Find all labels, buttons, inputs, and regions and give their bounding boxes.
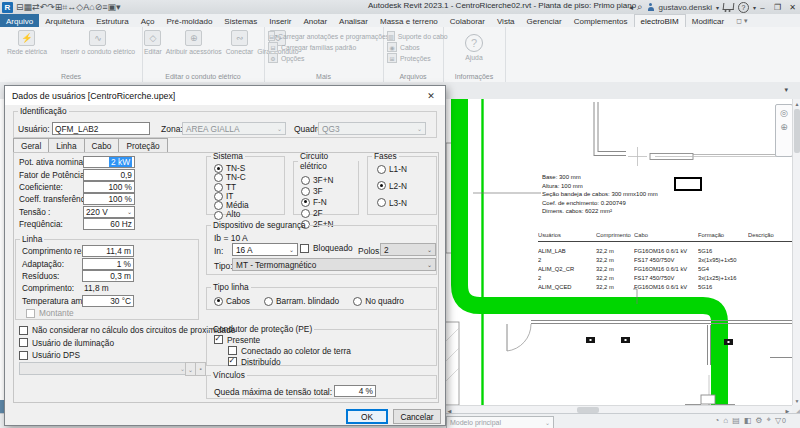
zona-dropdown[interactable]: AREA GIALLA: [182, 122, 286, 135]
filter-icon[interactable]: ▽: [775, 416, 781, 425]
customize-qat-icon[interactable]: ▾: [116, 2, 121, 12]
design-options-icon[interactable]: ◧: [744, 416, 752, 425]
open-file-icon[interactable]: ⊟: [16, 2, 24, 12]
ribbon-row-button[interactable]: ⚙ Opções: [268, 53, 383, 63]
vertical-scrollbar[interactable]: ▲ ▼: [792, 99, 800, 405]
ribbon-tab[interactable]: Massa e terreno: [374, 14, 444, 27]
help-icon[interactable]: ?: [738, 2, 749, 13]
field-input[interactable]: 2 kW: [83, 156, 135, 168]
radio-option[interactable]: 2F: [301, 208, 358, 219]
ribbon-button[interactable]: ⊕ Atribuir acessórios: [164, 30, 224, 55]
ribbon-tab[interactable]: Analisar: [333, 14, 374, 27]
dialog-checkbox[interactable]: Conectado ao coletor de terra: [228, 345, 436, 356]
ribbon-tab[interactable]: Sistemas: [218, 14, 263, 27]
ribbon-tab[interactable]: Vista: [491, 14, 521, 27]
ribbon-tab[interactable]: Aço: [135, 14, 161, 27]
ribbon-tab[interactable]: Modificar: [686, 14, 730, 27]
dialog-checkbox[interactable]: Usuário de iluminação: [19, 337, 235, 350]
radio-option[interactable]: Barram. blindado: [264, 296, 339, 306]
background-processes-icon[interactable]: ⚙: [755, 416, 762, 425]
ribbon-tab[interactable]: Colaborar: [444, 14, 491, 27]
radio-option[interactable]: TN-S: [214, 164, 284, 173]
radio-option[interactable]: F-N: [301, 197, 358, 208]
dialog-tab[interactable]: Linha: [48, 138, 84, 153]
restore-button[interactable]: ❐: [770, 0, 785, 14]
zoom-icon[interactable]: ⊕: [780, 122, 788, 132]
dialog-checkbox[interactable]: Presente: [214, 334, 436, 345]
navigation-bar[interactable]: ◎ ⊕: [775, 104, 792, 157]
dps-clear-button[interactable]: ▪: [195, 362, 206, 376]
field-input[interactable]: 0,3 m: [82, 270, 134, 282]
chevron-left-icon[interactable]: ◂: [629, 3, 633, 12]
view-selector[interactable]: Modelo principal: [446, 416, 554, 428]
ribbon-tab[interactable]: electroBIM: [634, 14, 686, 27]
ribbon-tab[interactable]: Arquitetura: [39, 14, 90, 27]
pin-icon[interactable]: ▾: [784, 86, 788, 94]
radio-option[interactable]: Cabos: [214, 296, 250, 306]
radio-option[interactable]: 3F+N: [301, 175, 358, 186]
scroll-down-icon[interactable]: ▼: [793, 396, 800, 405]
steering-wheel-icon[interactable]: ◎: [780, 108, 788, 118]
save-icon[interactable]: ▦: [24, 2, 33, 12]
scroll-up-icon[interactable]: ▲: [793, 99, 800, 108]
ribbon-button[interactable]: ◇ Editar: [142, 30, 164, 55]
select-toggle-icon[interactable]: ⌖: [766, 415, 771, 425]
in-dropdown[interactable]: 16 A: [232, 243, 298, 256]
ribbon-row-button[interactable]: ▥ Suporte do cabo: [387, 31, 443, 41]
ribbon-tab[interactable]: Pré-moldado: [161, 14, 219, 27]
ribbon-button[interactable]: ∾ Conectar: [224, 30, 256, 55]
ribbon-tab[interactable]: Arquivo: [0, 14, 39, 27]
worksharing-display-icon[interactable]: ◔: [714, 416, 719, 425]
ribbon-row-button[interactable]: ⊟ Carregar anotações e programações: [268, 31, 383, 41]
worksets-icon[interactable]: ⌂: [723, 416, 728, 425]
radio-option[interactable]: Alto: [214, 210, 284, 219]
store-cart-icon[interactable]: [723, 3, 735, 10]
bloqueado-checkbox[interactable]: Bloqueado: [300, 242, 353, 255]
dialog-checkbox[interactable]: Usuário DPS: [19, 349, 235, 362]
field-input[interactable]: 0,9: [83, 169, 135, 181]
dialog-checkbox[interactable]: Não considerar no cálculo dos circuitos …: [19, 324, 235, 337]
sync-icon[interactable]: ⇄: [32, 2, 40, 12]
modify-selector-caret-icon[interactable]: ▾: [744, 17, 748, 25]
search-icon[interactable]: ⌕: [637, 1, 643, 13]
ribbon-tab[interactable]: Estrutura: [90, 14, 134, 27]
aligned-dimension-icon[interactable]: ↔: [67, 2, 76, 12]
radio-option[interactable]: Média: [214, 201, 284, 210]
ribbon-row-button[interactable]: ⊟ Carregar famílias padrão: [268, 42, 383, 52]
vertical-scroll-thumb[interactable]: [794, 109, 800, 153]
ribbon-row-button[interactable]: ⊞ Proteções: [387, 53, 443, 63]
radio-option[interactable]: L1-N: [377, 164, 436, 174]
signed-in-user[interactable]: gustavo.denski: [659, 3, 712, 12]
cancel-button[interactable]: Cancelar: [393, 409, 441, 424]
field-input[interactable]: 11,4 m: [82, 245, 134, 257]
field-input[interactable]: 11,8 m: [82, 283, 132, 293]
field-input[interactable]: 100 %: [83, 181, 135, 193]
radio-option[interactable]: TT: [214, 183, 284, 192]
radio-option[interactable]: L3-N: [377, 198, 436, 208]
editable-only-icon[interactable]: ▤: [732, 416, 740, 425]
ribbon-tab[interactable]: Anotar: [297, 14, 333, 27]
revit-logo-icon[interactable]: R: [2, 2, 13, 13]
dialog-tab[interactable]: Cabo: [84, 138, 120, 153]
ribbon-tab[interactable]: Inserir: [263, 14, 297, 27]
field-input[interactable]: 100 %: [83, 193, 135, 205]
radio-option[interactable]: No quadro: [353, 296, 404, 306]
help-button[interactable]: ? Ajuda: [463, 30, 485, 61]
radio-option[interactable]: 3F: [301, 186, 358, 197]
ribbon-row-button[interactable]: ◉ Cabos: [387, 42, 443, 52]
redo-icon[interactable]: ↷: [47, 2, 55, 12]
ribbon-tab[interactable]: Gerenciar: [521, 14, 568, 27]
ribbon-button[interactable]: ∿ Inserir o conduto elétrico: [59, 30, 137, 55]
quadro-dropdown[interactable]: QG3: [318, 122, 426, 135]
field-input[interactable]: 30 °C: [82, 295, 134, 307]
switch-windows-icon[interactable]: ▣: [108, 2, 117, 12]
radio-option[interactable]: TN-C: [214, 173, 284, 182]
user-avatar-icon[interactable]: [647, 3, 655, 11]
radio-option[interactable]: IT: [214, 192, 284, 201]
modify-selector-icon[interactable]: ◻: [736, 17, 742, 25]
field-input[interactable]: 220 V: [83, 206, 135, 218]
usuario-input[interactable]: QFM_LAB2: [52, 122, 150, 135]
polos-dropdown[interactable]: 2: [380, 243, 436, 256]
ok-button[interactable]: OK: [346, 409, 388, 424]
ribbon-tab[interactable]: Complementos: [568, 14, 634, 27]
